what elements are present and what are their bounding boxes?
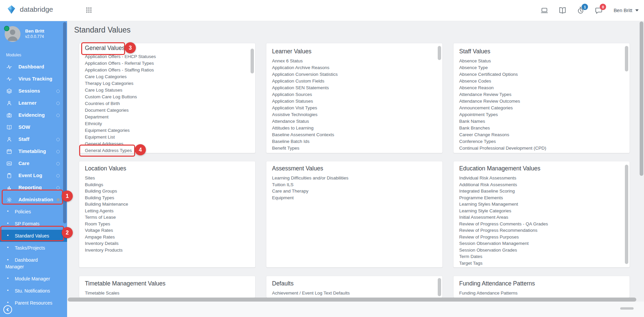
sidebar-item-standard-values[interactable]: • Standard Values [0,230,67,242]
value-link[interactable]: Document Categories [85,107,250,114]
value-link[interactable]: Review of Progress Purposes [459,234,624,241]
value-link[interactable]: Care Log Statuses [85,87,250,94]
sidebar-item-learner[interactable]: Learner [0,97,67,109]
value-link[interactable]: Attendance Review Types [459,91,624,98]
value-link[interactable]: Review of Progress Recommendations [459,227,624,234]
app-logo[interactable]: databridge [7,5,53,14]
value-link[interactable]: Attitudes to Learning [272,125,437,131]
sidebar-item-staff[interactable]: Staff [0,133,67,145]
value-link[interactable]: Building Groups [85,188,250,195]
value-link[interactable]: Voltage Rates [85,227,250,234]
value-link[interactable]: Absence Status [459,58,624,64]
card-scrollbar[interactable] [438,46,441,60]
value-link[interactable]: Ampage Rates [85,234,250,241]
sidebar-collapse-button[interactable] [3,305,12,314]
card-scrollbar[interactable] [251,49,254,73]
value-link[interactable]: Sites [85,175,250,181]
sidebar-item-timetabling[interactable]: Timetabling [0,145,67,157]
value-link[interactable]: Continual Professional Development (CPD) [459,145,624,152]
value-link[interactable]: Appointment Types [459,111,624,118]
value-link[interactable]: Application Visit Types [272,105,437,111]
value-link[interactable]: Attendance Status [272,118,437,125]
value-link[interactable]: Bank Branches [459,125,624,131]
display-button[interactable] [540,6,548,14]
value-link[interactable]: Inventory Products [85,247,250,254]
value-link[interactable]: Review of Progress Comments - QA Grades [459,221,624,227]
value-link[interactable]: Benefit Types [272,145,437,152]
value-link[interactable]: General Addresses [85,141,250,147]
value-link[interactable]: Attendance Review Outcomes [459,98,624,105]
sidebar-item-tasks-projects[interactable]: • Tasks/Projects [0,242,67,254]
value-link[interactable]: Room Types [85,221,250,227]
sidebar-item-sessions[interactable]: Sessions [0,85,67,97]
value-link[interactable]: Session Observation Grades [459,247,624,254]
sidebar-item-virus-tracking[interactable]: Virus Tracking [0,73,67,85]
value-link[interactable]: Baseline Assessment Contexts [272,131,437,138]
value-link[interactable]: Baseline Batch Ids [272,138,437,145]
value-link[interactable]: Building Types [85,195,250,201]
card-scrollbar[interactable] [625,46,628,71]
value-link[interactable]: Application Archive Reasons [272,64,437,71]
value-link[interactable]: Letting Agents [85,208,250,214]
sidebar-item-reporting[interactable]: Reporting [0,181,67,194]
value-link[interactable]: Department [85,114,250,120]
value-link[interactable]: Ethnicity [85,120,250,127]
value-link[interactable]: Absence Certificated Options [459,71,624,78]
value-link[interactable]: Target Tags [459,260,624,267]
value-link[interactable]: Conference Types [459,138,624,145]
knowledge-base-button[interactable] [558,6,567,14]
value-link[interactable]: Programme Elements [459,195,624,201]
value-link[interactable]: Term Dates [459,253,624,260]
value-link[interactable]: Session Observation Management [459,240,624,247]
value-link[interactable]: Learning Styles Management [459,201,624,208]
sidebar-item-policies[interactable]: • Policies [0,206,67,218]
card-scrollbar[interactable] [438,278,441,296]
value-link[interactable]: Career Change Reasons [459,131,624,138]
value-link[interactable]: Application Sources [272,91,437,98]
value-link[interactable]: Timetable Scales [85,290,250,297]
value-link[interactable]: Buildings [85,181,250,188]
value-link[interactable]: Application Offers - EHCP Statuses [85,53,250,60]
value-link[interactable]: Application Conversion Statistics [272,71,437,78]
sidebar-item-administration[interactable]: Administration [0,194,67,206]
value-link[interactable]: Integrated Baseline Scoring [459,188,624,195]
sidebar-item-sp-formats[interactable]: • SP Formats [0,218,67,230]
value-link[interactable]: Annex 6 Status [272,58,437,64]
value-link[interactable]: Absence Type [459,64,624,71]
user-menu[interactable]: Ben Britt [613,8,639,13]
sidebar-item-event-log[interactable]: Event Log [0,169,67,181]
timer-notifications-button[interactable]: 1 [577,6,585,14]
value-link[interactable]: Additional Risk Assessments [459,181,624,188]
sidebar-item-dashboard[interactable]: Dashboard [0,61,67,73]
sidebar-item-care[interactable]: Care [0,157,67,169]
messages-button[interactable]: 0 [595,6,603,14]
horizontal-scrollbar-end[interactable] [620,307,634,310]
value-link[interactable]: Bank Names [459,118,624,125]
card-scrollbar[interactable] [625,165,628,264]
value-link[interactable]: Individual Risk Assessments [459,175,624,181]
sidebar-scrollbar[interactable] [63,22,66,223]
value-link[interactable]: Care Log Categories [85,73,250,80]
value-link[interactable]: Equipment List [85,134,250,141]
value-link[interactable]: Application Offers - Referral Types [85,60,250,67]
sidebar-item-module-manager[interactable]: • Module Manager [0,273,67,285]
value-link[interactable]: Application Offers - Staffing Ratios [85,67,250,73]
value-link[interactable]: Terms of Lease [85,214,250,221]
value-link[interactable]: Equipment [272,195,437,201]
value-link[interactable]: Funding Attendance Patterns [459,290,624,297]
value-link[interactable]: Tuition ILS [272,181,437,188]
value-link[interactable]: Therapy Log Categories [85,80,250,87]
value-link[interactable]: Building Maintenance [85,201,250,208]
value-link[interactable]: Learning Style Categories [459,208,624,214]
value-link[interactable]: Application Custom Fields [272,78,437,85]
sidebar-item-sow[interactable]: SOW [0,121,67,133]
horizontal-scrollbar[interactable] [68,298,636,302]
value-link[interactable]: General Address Types [85,147,250,153]
value-link[interactable]: Application Statuses [272,98,437,105]
value-link[interactable]: Assistive Technologies [272,111,437,118]
value-link[interactable]: Care and Therapy [272,188,437,195]
app-launcher-grid-icon[interactable] [86,7,92,14]
sidebar-item-dashboard-manager[interactable]: •Dashboard Manager [0,254,67,273]
value-link[interactable]: Custom Care Log Buttons [85,94,250,100]
value-link[interactable]: Achievement / Event Log Text Defaults [272,290,437,297]
